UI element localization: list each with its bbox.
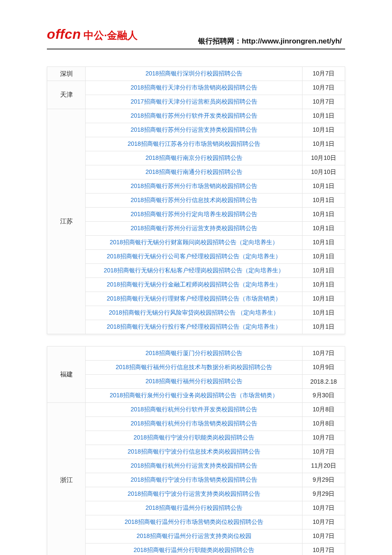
table-row: 2018招商银行宁波分行信息技术类岗校园招聘公告10月7日 <box>47 445 345 459</box>
posting-link[interactable]: 2018招商银行无锡分行公司客户经理校园招聘公告（定向培养生） <box>107 253 281 260</box>
title-cell: 2018招商银行苏州分行定向培养生校园招聘公告 <box>86 208 303 222</box>
table-row: 2018招商银行福州分行校园招聘公告2018.2.18 <box>47 375 345 389</box>
header-right: 银行招聘网：http://www.jinrongren.net/yh/ <box>198 36 345 46</box>
date-cell: 10月8日 <box>303 403 345 417</box>
posting-link[interactable]: 2018招商银行无锡分行投行客户经理校园招聘公告（定向培养生） <box>107 323 281 330</box>
region-cell: 天津 <box>47 81 86 109</box>
title-cell: 2018招商银行福州分行校园招聘公告 <box>86 375 303 389</box>
table-row: 2018招商银行无锡分行理财客户经理校园招聘公告（市场营销类）10月1日 <box>47 292 345 306</box>
title-cell: 2018招商银行深圳分行校园招聘公告 <box>86 67 303 81</box>
date-cell: 10月9日 <box>303 361 345 375</box>
posting-link[interactable]: 2018招商银行南京分行校园招聘公告 <box>145 154 242 161</box>
posting-link[interactable]: 2018招商银行无锡分行私钻客户经理岗校园招聘公告（定向培养生） <box>104 267 284 274</box>
title-cell: 2018招商银行无锡分行风险审贷岗校园招聘公告 （定向培养生） <box>86 306 303 320</box>
table-row: 2018招商银行苏州分行运营支持类校园招聘公告10月1日 <box>47 123 345 137</box>
title-cell: 2018招商银行无锡分行金融工程师岗校园招聘公告（定向培养生） <box>86 278 303 292</box>
title-cell: 2018招商银行温州分行校园招聘公告 <box>86 501 303 515</box>
title-cell: 2018招商银行杭州分行市场营销类校园招聘公告 <box>86 417 303 431</box>
date-cell: 10月1日 <box>303 320 345 334</box>
date-cell: 10月7日 <box>303 515 345 529</box>
posting-link[interactable]: 2018招商银行苏州分行市场营销岗校园招聘公告 <box>130 182 257 189</box>
date-cell: 10月7日 <box>303 67 345 81</box>
posting-link[interactable]: 2018招商银行江苏各分行市场营销岗校园招聘公告 <box>127 140 260 147</box>
table-row: 2018招商银行杭州分行市场营销类校园招聘公告10月8日 <box>47 417 345 431</box>
title-cell: 2018招商银行苏州分行市场营销岗校园招聘公告 <box>86 179 303 194</box>
posting-link[interactable]: 2018招商银行无锡分行风险审贷岗校园招聘公告 （定向培养生） <box>109 309 279 316</box>
title-cell: 2018招商银行福州分行信息技术与数据分析岗校园招聘公告 <box>86 361 303 375</box>
posting-link[interactable]: 2018招商银行宁波分行市场营销类校园招聘公告 <box>130 476 257 483</box>
table-row: 2018招商银行温州分行职能类岗校园招聘公告10月7日 <box>47 543 345 555</box>
date-cell: 9月30日 <box>303 389 345 403</box>
posting-link[interactable]: 2018招商银行福州分行校园招聘公告 <box>145 378 242 384</box>
title-cell: 2018招商银行苏州分行信息技术岗校园招聘公告 <box>86 194 303 208</box>
posting-link[interactable]: 2018招商银行深圳分行校园招聘公告 <box>145 70 242 77</box>
table-row: 2018招商银行苏州分行定向培养生校园招聘公告10月1日 <box>47 208 345 222</box>
posting-link[interactable]: 2018招商银行无锡分行金融工程师岗校园招聘公告（定向培养生） <box>107 281 281 288</box>
table-row: 2018招商银行宁波分行运营支持类岗校园招聘公告9月29日 <box>47 487 345 501</box>
posting-link[interactable]: 2018招商银行苏州分行运营支持类校园招聘公告 <box>130 225 257 231</box>
posting-link[interactable]: 2018招商银行南通分行校园招聘公告 <box>145 168 242 175</box>
posting-link[interactable]: 2018招商银行温州分行运营支持类岗位校园 <box>136 532 251 539</box>
date-cell: 10月7日 <box>303 95 345 109</box>
logo: offcn 中公·金融人 <box>47 26 138 46</box>
recruitment-table-2: 福建2018招商银行厦门分行校园招聘公告10月7日2018招商银行福州分行信息技… <box>47 346 345 555</box>
posting-link[interactable]: 2018招商银行厦门分行校园招聘公告 <box>145 350 242 356</box>
posting-link[interactable]: 2018招商银行宁波分行信息技术类岗校园招聘公告 <box>127 448 260 455</box>
date-cell: 10月1日 <box>303 306 345 320</box>
posting-link[interactable]: 2018招商银行苏州分行信息技术岗校园招聘公告 <box>130 197 257 203</box>
date-cell: 10月1日 <box>303 250 345 264</box>
title-cell: 2018招商银行厦门分行校园招聘公告 <box>86 347 303 361</box>
posting-link[interactable]: 2018招商银行无锡分行财富顾问岗校园招聘公告（定向培养生） <box>110 239 278 246</box>
date-cell: 10月7日 <box>303 543 345 555</box>
table-row: 2017招商银行天津分行运营柜员岗校园招聘公告10月7日 <box>47 95 345 109</box>
posting-link[interactable]: 2018招商银行无锡分行理财客户经理校园招聘公告（市场营销类） <box>107 295 281 302</box>
date-cell: 10月7日 <box>303 347 345 361</box>
title-cell: 2018招商银行苏州分行运营支持类校园招聘公告 <box>86 222 303 236</box>
table-row: 江苏2018招商银行苏州分行软件开发类校园招聘公告10月1日 <box>47 109 345 123</box>
posting-link[interactable]: 2018招商银行天津分行市场营销岗校园招聘公告 <box>130 84 257 91</box>
title-cell: 2018招商银行宁波分行市场营销类校园招聘公告 <box>86 473 303 487</box>
posting-link[interactable]: 2018招商银行杭州分行软件开发类校园招聘公告 <box>130 406 257 413</box>
posting-link[interactable]: 2018招商银行苏州分行运营支持类校园招聘公告 <box>130 126 257 133</box>
page-header: offcn 中公·金融人 银行招聘网：http://www.jinrongren… <box>47 26 345 49</box>
recruitment-table-1: 深圳2018招商银行深圳分行校园招聘公告10月7日天津2018招商银行天津分行市… <box>47 66 345 334</box>
table-row: 2018招商银行无锡分行金融工程师岗校园招聘公告（定向培养生）10月1日 <box>47 278 345 292</box>
table-row: 2018招商银行温州分行市场营销类岗位校园招聘公告10月7日 <box>47 515 345 529</box>
date-cell: 10月1日 <box>303 179 345 194</box>
date-cell: 9月29日 <box>303 473 345 487</box>
date-cell: 10月1日 <box>303 109 345 123</box>
posting-link[interactable]: 2018招商银行苏州分行软件开发类校园招聘公告 <box>130 112 257 119</box>
table-row: 2018招商银行江苏各分行市场营销岗校园招聘公告10月1日 <box>47 137 345 151</box>
title-cell: 2018招商银行天津分行市场营销岗校园招聘公告 <box>86 81 303 95</box>
posting-link[interactable]: 2018招商银行泉州分行银行业务岗校园招聘公告（市场营销类） <box>110 392 278 399</box>
posting-link[interactable]: 2018招商银行杭州分行运营支持类校园招聘公告 <box>130 462 257 469</box>
logo-cn: 中公·金融人 <box>84 29 138 42</box>
table-row: 福建2018招商银行厦门分行校园招聘公告10月7日 <box>47 347 345 361</box>
title-cell: 2018招商银行江苏各分行市场营销岗校园招聘公告 <box>86 137 303 151</box>
posting-link[interactable]: 2018招商银行宁波分行职能类岗校园招聘公告 <box>133 434 254 441</box>
table-row: 2018招商银行泉州分行银行业务岗校园招聘公告（市场营销类）9月30日 <box>47 389 345 403</box>
date-cell: 10月1日 <box>303 194 345 208</box>
table-row: 2018招商银行宁波分行职能类岗校园招聘公告10月7日 <box>47 431 345 445</box>
posting-link[interactable]: 2018招商银行苏州分行定向培养生校园招聘公告 <box>130 211 257 217</box>
title-cell: 2018招商银行泉州分行银行业务岗校园招聘公告（市场营销类） <box>86 389 303 403</box>
table-row: 2018招商银行无锡分行风险审贷岗校园招聘公告 （定向培养生）10月1日 <box>47 306 345 320</box>
posting-link[interactable]: 2018招商银行宁波分行运营支持类岗校园招聘公告 <box>127 490 260 497</box>
date-cell: 10月8日 <box>303 417 345 431</box>
title-cell: 2018招商银行无锡分行私钻客户经理岗校园招聘公告（定向培养生） <box>86 264 303 278</box>
date-cell: 10月7日 <box>303 445 345 459</box>
date-cell: 10月1日 <box>303 208 345 222</box>
table-row: 2018招商银行无锡分行公司客户经理校园招聘公告（定向培养生）10月1日 <box>47 250 345 264</box>
title-cell: 2018招商银行杭州分行软件开发类校园招聘公告 <box>86 403 303 417</box>
posting-link[interactable]: 2018招商银行温州分行校园招聘公告 <box>145 504 242 511</box>
table-row: 2018招商银行无锡分行财富顾问岗校园招聘公告（定向培养生）10月1日 <box>47 236 345 250</box>
posting-link[interactable]: 2017招商银行天津分行运营柜员岗校园招聘公告 <box>130 98 257 105</box>
posting-link[interactable]: 2018招商银行福州分行信息技术与数据分析岗校园招聘公告 <box>115 364 272 370</box>
title-cell: 2018招商银行南京分行校园招聘公告 <box>86 151 303 165</box>
table-row: 2018招商银行温州分行校园招聘公告10月7日 <box>47 501 345 515</box>
posting-link[interactable]: 2018招商银行温州分行市场营销类岗位校园招聘公告 <box>124 518 263 525</box>
table-row: 2018招商银行苏州分行信息技术岗校园招聘公告10月1日 <box>47 194 345 208</box>
posting-link[interactable]: 2018招商银行温州分行职能类岗校园招聘公告 <box>133 546 254 553</box>
posting-link[interactable]: 2018招商银行杭州分行市场营销类校园招聘公告 <box>130 420 257 427</box>
date-cell: 10月7日 <box>303 431 345 445</box>
